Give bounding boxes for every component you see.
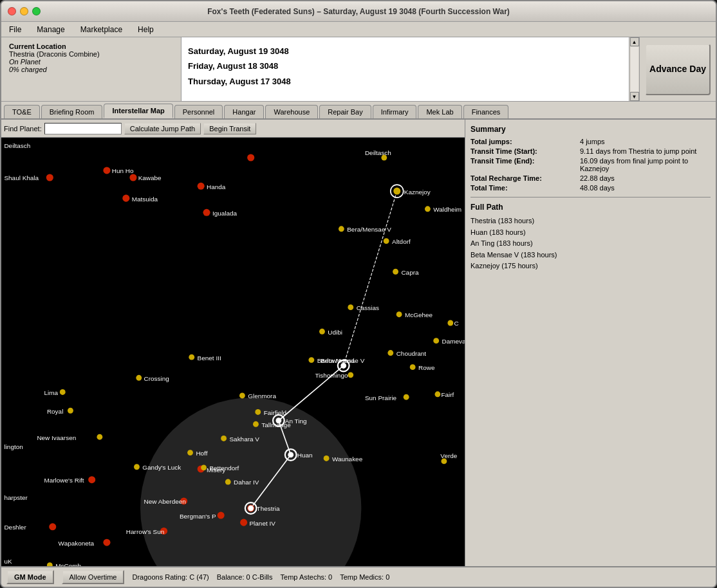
menu-manage[interactable]: Manage	[34, 24, 67, 35]
tab-hangar[interactable]: Hangar	[224, 105, 264, 118]
minimize-button[interactable]	[20, 7, 28, 15]
svg-text:Waunakee: Waunakee	[332, 455, 363, 463]
date-scrollbar[interactable]: ▲ ▼	[629, 37, 639, 101]
summary-val-2: 16.09 days from final jump point to Kazn…	[580, 157, 711, 172]
tab-briefing-room[interactable]: Briefing Room	[41, 105, 103, 118]
svg-point-94	[60, 389, 66, 395]
svg-point-52	[396, 311, 402, 317]
svg-point-96	[68, 408, 73, 414]
svg-point-76	[253, 421, 259, 427]
svg-text:Deiltasch: Deiltasch	[4, 142, 30, 149]
tab-warehouse[interactable]: Warehouse	[265, 105, 318, 118]
temp-medics: Temp Medics: 0	[340, 573, 389, 581]
menu-bar: File Manage Marketplace Help	[1, 22, 716, 37]
summary-val-3: 22.88 days	[580, 174, 711, 182]
find-planet-input[interactable]	[44, 123, 122, 134]
svg-point-50	[348, 304, 353, 310]
advance-day-button[interactable]: Advance Day	[645, 44, 711, 95]
close-button[interactable]	[8, 7, 16, 15]
svg-text:New Ivaarsen: New Ivaarsen	[37, 434, 76, 441]
svg-text:Huan: Huan	[297, 452, 313, 459]
svg-text:Deiltasch: Deiltasch	[365, 149, 391, 156]
tab-mek-lab[interactable]: Mek Lab	[418, 105, 461, 118]
advance-day-panel: Advance Day	[640, 37, 716, 101]
status-bar: GM Mode Allow Overtime Dragoons Rating: …	[1, 566, 716, 587]
begin-transit-button[interactable]: Begin Transit	[203, 123, 256, 134]
svg-text:Bergman's P: Bergman's P	[180, 513, 216, 520]
svg-point-6	[247, 154, 254, 161]
summary-section: Summary Total jumps: 4 jumps Transit Tim…	[470, 125, 711, 192]
fullpath-title: Full Path	[470, 203, 711, 212]
svg-text:Fairfield: Fairfield	[264, 409, 286, 416]
menu-marketplace[interactable]: Marketplace	[78, 24, 125, 35]
svg-point-78	[221, 436, 227, 441]
svg-point-74	[255, 409, 261, 415]
menu-file[interactable]: File	[6, 24, 24, 35]
date-3[interactable]: Thursday, August 17 3048	[188, 74, 626, 89]
svg-point-44	[339, 226, 344, 232]
tab-personnel[interactable]: Personnel	[174, 105, 223, 118]
map-container[interactable]: Find Planet: Calculate Jump Path Begin T…	[1, 120, 465, 566]
star-map[interactable]: Kawabe Hun Ho Handa Matsuida Igualada Sh…	[1, 138, 465, 566]
maximize-button[interactable]	[32, 7, 41, 15]
svg-point-86	[324, 455, 330, 461]
svg-text:McGehee: McGehee	[405, 311, 433, 318]
title-bar-buttons	[8, 7, 41, 15]
svg-text:Choudrant: Choudrant	[396, 350, 427, 357]
path-entry-1: Huan (183 hours)	[470, 227, 711, 239]
location-charge: 0% charged	[9, 66, 173, 73]
tab-finances[interactable]: Finances	[463, 105, 509, 118]
allow-overtime-button[interactable]: Allow Overtime	[62, 570, 125, 584]
calculate-jump-button[interactable]: Calculate Jump Path	[124, 123, 201, 134]
svg-text:Sun Prairie: Sun Prairie	[365, 394, 397, 401]
svg-point-27	[88, 476, 95, 483]
date-2[interactable]: Friday, August 18 3048	[188, 59, 626, 73]
tab-infirmary[interactable]: Infirmary	[373, 105, 417, 118]
svg-text:Thestria: Thestria	[257, 505, 280, 512]
svg-text:harpster: harpster	[4, 494, 28, 501]
location-status: On Planet	[9, 58, 173, 66]
svg-text:Wapakoneta: Wapakoneta	[59, 540, 95, 547]
tab-toe[interactable]: TO&E	[4, 105, 40, 118]
summary-row-0: Total jumps: 4 jumps	[470, 138, 711, 145]
svg-text:Beta Mensae V: Beta Mensae V	[321, 357, 364, 364]
svg-point-82	[201, 464, 207, 470]
fullpath-section: Full Path Thestria (183 hours) Huan (183…	[470, 203, 711, 272]
top-section: Current Location Thestria (Draconis Comb…	[1, 37, 716, 102]
tab-interstellar-map[interactable]: Interstellar Map	[104, 104, 172, 118]
svg-text:Udibi: Udibi	[328, 329, 342, 336]
svg-point-13	[122, 195, 129, 202]
svg-point-42	[425, 206, 431, 212]
menu-help[interactable]: Help	[135, 24, 156, 35]
path-entry-2: An Ting (183 hours)	[470, 238, 711, 250]
svg-text:Crossing: Crossing	[144, 375, 169, 382]
svg-point-98	[97, 434, 102, 440]
svg-text:Bera/Mensae V: Bera/Mensae V	[347, 226, 391, 233]
summary-row-4: Total Time: 48.08 days	[470, 184, 711, 192]
date-1[interactable]: Saturday, August 19 3048	[188, 44, 626, 59]
date-panel: ▲ ▼ Saturday, August 19 3048 Friday, Aug…	[182, 37, 640, 101]
summary-key-4: Total Time:	[470, 184, 580, 192]
summary-row-1: Transit Time (Start): 9.11 days from The…	[470, 147, 711, 155]
svg-point-15	[203, 209, 210, 216]
svg-text:Harrow's Sun: Harrow's Sun	[126, 528, 164, 535]
date-content: Saturday, August 19 3048 Friday, August …	[182, 37, 639, 95]
svg-text:Kawabe: Kawabe	[138, 174, 162, 181]
tab-repair-bay[interactable]: Repair Bay	[319, 105, 371, 118]
svg-text:Bettendorf: Bettendorf	[209, 464, 239, 472]
scroll-down-button[interactable]: ▼	[630, 92, 639, 101]
svg-text:McComb: McComb	[55, 562, 81, 566]
summary-key-1: Transit Time (Start):	[470, 147, 580, 155]
svg-text:Dahar IV: Dahar IV	[234, 479, 259, 486]
svg-text:New Aberdeen: New Aberdeen	[144, 498, 186, 505]
svg-point-68	[404, 394, 409, 400]
scroll-up-button[interactable]: ▲	[630, 37, 639, 46]
svg-point-48	[393, 269, 398, 275]
dragoons-rating: Dragoons Rating: C (47)	[132, 573, 209, 581]
svg-point-9	[103, 167, 110, 174]
svg-text:Igualada: Igualada	[212, 210, 237, 217]
gm-mode-button[interactable]: GM Mode	[6, 570, 54, 584]
scroll-track	[631, 47, 638, 91]
svg-point-21	[240, 519, 247, 526]
summary-val-1: 9.11 days from Thestria to jump point	[580, 147, 711, 155]
